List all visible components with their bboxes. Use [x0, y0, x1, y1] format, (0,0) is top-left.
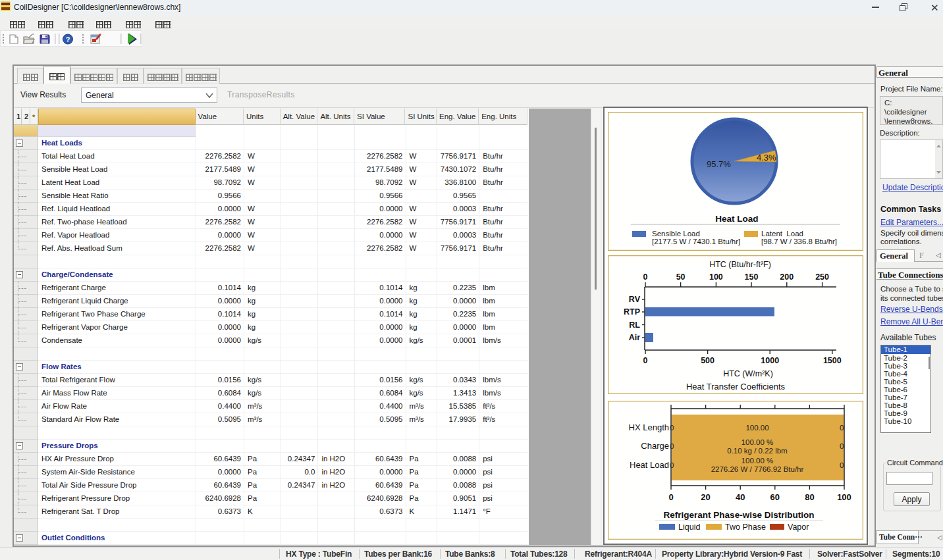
- svg-text:0: 0: [840, 461, 844, 469]
- svg-text:[2177.5 W / 7430.1 Btu/hr]: [2177.5 W / 7430.1 Btu/hr]: [652, 238, 740, 245]
- svg-text:?: ?: [66, 36, 70, 43]
- svg-text:250: 250: [815, 272, 829, 282]
- svg-text:0: 0: [643, 272, 648, 282]
- svg-text:40: 40: [736, 492, 745, 502]
- svg-text:20: 20: [701, 492, 710, 502]
- svg-text:4.3%: 4.3%: [757, 153, 776, 163]
- svg-text:100.00 %: 100.00 %: [741, 438, 774, 446]
- svg-text:Refrigerant Phase-wise Distrib: Refrigerant Phase-wise Distribution: [664, 510, 815, 520]
- svg-text:HTC (Btu/hr-ft²F): HTC (Btu/hr-ft²F): [709, 260, 771, 269]
- svg-text:RTP: RTP: [624, 307, 640, 317]
- svg-text:Vapor: Vapor: [788, 522, 809, 532]
- svg-text:2276.26 W / 7766.92 Btu/hr: 2276.26 W / 7766.92 Btu/hr: [711, 465, 804, 473]
- svg-text:Charge: Charge: [641, 441, 669, 451]
- svg-text:150: 150: [745, 272, 759, 282]
- svg-text:Two Phase: Two Phase: [725, 522, 766, 532]
- svg-text:Liquid: Liquid: [678, 522, 700, 532]
- svg-text:RL: RL: [629, 320, 640, 330]
- svg-text:0: 0: [840, 424, 844, 432]
- svg-text:RV: RV: [629, 295, 641, 304]
- svg-text:60: 60: [770, 492, 780, 502]
- svg-text:50: 50: [676, 272, 686, 282]
- svg-text:0: 0: [668, 492, 673, 502]
- svg-text:80: 80: [805, 492, 814, 502]
- svg-text:1500: 1500: [823, 356, 842, 365]
- svg-text:Air: Air: [629, 333, 641, 342]
- svg-text:Heat Load: Heat Load: [630, 460, 669, 470]
- svg-text:100: 100: [709, 272, 723, 282]
- svg-text:Latent Load: Latent Load: [761, 230, 803, 238]
- svg-text:HTC (W/m²K): HTC (W/m²K): [723, 369, 773, 378]
- svg-text:0: 0: [840, 442, 844, 450]
- svg-text:Sensible Load: Sensible Load: [652, 230, 700, 238]
- svg-text:100.00 %: 100.00 %: [741, 457, 774, 465]
- svg-text:[98.7 W / 336.8 Btu/hr]: [98.7 W / 336.8 Btu/hr]: [761, 238, 837, 245]
- svg-text:Heat Load: Heat Load: [715, 214, 758, 224]
- svg-text:0: 0: [670, 442, 674, 450]
- svg-text:0: 0: [670, 461, 674, 469]
- svg-text:100.00: 100.00: [745, 424, 768, 432]
- svg-text:95.7%: 95.7%: [707, 159, 731, 169]
- svg-text:HX Length: HX Length: [629, 422, 669, 432]
- svg-text:200: 200: [780, 272, 794, 282]
- svg-text:500: 500: [701, 356, 714, 365]
- svg-text:0.10 kg / 0.22 lbm: 0.10 kg / 0.22 lbm: [727, 447, 787, 455]
- svg-text:0: 0: [670, 424, 674, 432]
- svg-text:100: 100: [837, 492, 851, 502]
- svg-text:Heat Transfer Coefficients: Heat Transfer Coefficients: [686, 382, 786, 392]
- svg-text:0: 0: [643, 356, 648, 365]
- svg-text:1000: 1000: [761, 356, 779, 365]
